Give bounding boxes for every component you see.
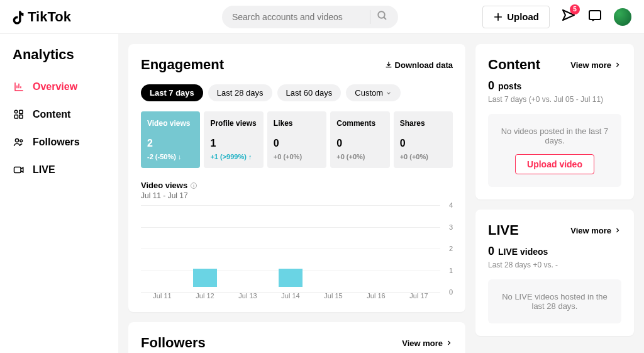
empty-message: No LIVE videos hosted in the last 28 day… — [496, 292, 614, 311]
bar-column — [312, 215, 355, 287]
svg-point-8 — [20, 140, 23, 142]
svg-point-0 — [378, 11, 385, 18]
filter-last-60[interactable]: Last 60 days — [277, 84, 341, 101]
content-view-more[interactable]: View more — [570, 60, 621, 70]
metric-shares[interactable]: Shares 0 +0 (+0%) — [394, 111, 453, 168]
plus-icon — [493, 12, 503, 22]
bar — [193, 269, 217, 287]
svg-point-3 — [14, 110, 18, 113]
inbox-icon[interactable] — [587, 8, 602, 26]
svg-rect-6 — [19, 115, 23, 118]
bar-chart: Jul 11Jul 12Jul 13Jul 14Jul 15Jul 16Jul … — [141, 205, 453, 300]
svg-rect-9 — [14, 167, 21, 173]
content-empty-state: No videos posted in the last 7 days. Upl… — [488, 114, 621, 187]
posts-count: 0 posts — [488, 79, 621, 92]
x-tick-label: Jul 17 — [397, 292, 440, 300]
x-tick-label: Jul 14 — [269, 292, 312, 300]
download-label: Download data — [395, 60, 453, 70]
left-column: Engagement Download data Last 7 days Las… — [128, 44, 465, 353]
y-tick-label: 0 — [449, 288, 453, 296]
notification-badge: 5 — [570, 4, 580, 14]
search-input[interactable] — [232, 12, 364, 22]
chevron-down-icon — [386, 90, 392, 96]
chart-title-row: Video views — [141, 181, 453, 190]
live-card: LIVE View more 0 LIVE videos Last 28 day… — [475, 210, 634, 336]
followers-header: Followers View more — [141, 335, 453, 351]
filter-last-28[interactable]: Last 28 days — [208, 84, 272, 101]
time-range-filters: Last 7 days Last 28 days Last 60 days Cu… — [141, 84, 453, 101]
x-tick-label: Jul 11 — [141, 292, 184, 300]
chevron-right-icon — [614, 227, 621, 234]
x-tick-label: Jul 13 — [226, 292, 269, 300]
content-card: Content View more 0 posts Last 7 days (+… — [475, 44, 634, 199]
tiktok-note-icon — [13, 9, 26, 25]
page-title: Analytics — [0, 47, 118, 73]
sidebar-item-overview[interactable]: Overview — [0, 73, 118, 101]
bar-column — [184, 215, 226, 287]
upload-label: Upload — [507, 11, 539, 22]
metric-comments[interactable]: Comments 0 +0 (+0%) — [330, 111, 389, 168]
metric-profile-views[interactable]: Profile views 1 +1 (>999%) ↑ — [204, 111, 263, 168]
bar-column — [397, 215, 440, 287]
upload-button[interactable]: Upload — [482, 6, 550, 28]
empty-message: No videos posted in the last 7 days. — [496, 126, 614, 145]
posts-subtext: Last 7 days (+0 vs. Jul 05 - Jul 11) — [488, 95, 621, 104]
svg-rect-4 — [19, 110, 23, 113]
live-subtext: Last 28 days +0 vs. - — [488, 261, 621, 269]
followers-title: Followers — [141, 335, 206, 351]
bar-column — [226, 215, 269, 287]
sidebar: Analytics Overview Content Followers LIV… — [0, 34, 118, 353]
followers-view-more[interactable]: View more — [402, 339, 453, 348]
svg-rect-2 — [589, 11, 601, 20]
y-axis: 01234 — [440, 205, 453, 300]
nav-label: Followers — [33, 137, 80, 148]
nav-label: LIVE — [33, 164, 55, 176]
chart-title: Video views — [141, 181, 187, 190]
avatar[interactable] — [614, 8, 631, 26]
sidebar-item-content[interactable]: Content — [0, 101, 118, 128]
chart-date-range: Jul 11 - Jul 17 — [141, 191, 453, 200]
y-tick-label: 2 — [449, 245, 453, 252]
y-tick-label: 3 — [449, 223, 453, 231]
svg-point-7 — [15, 138, 18, 142]
x-tick-label: Jul 16 — [355, 292, 397, 300]
bar-column — [269, 215, 312, 287]
engagement-header: Engagement Download data — [141, 57, 453, 73]
y-tick-label: 1 — [449, 267, 453, 274]
content-title: Content — [488, 57, 540, 73]
main-content: Engagement Download data Last 7 days Las… — [118, 34, 644, 353]
top-header: TikTok Upload 5 — [0, 0, 644, 34]
chart-icon — [13, 81, 25, 93]
video-icon — [13, 164, 25, 176]
live-card-header: LIVE View more — [488, 222, 621, 238]
sidebar-item-live[interactable]: LIVE — [0, 156, 118, 184]
info-icon[interactable] — [190, 182, 197, 189]
followers-card: Followers View more — [128, 322, 465, 353]
main-layout: Analytics Overview Content Followers LIV… — [0, 34, 644, 353]
filter-custom[interactable]: Custom — [346, 84, 401, 101]
sidebar-item-followers[interactable]: Followers — [0, 128, 118, 156]
chart-plot-area: Jul 11Jul 12Jul 13Jul 14Jul 15Jul 16Jul … — [141, 205, 440, 300]
chevron-right-icon — [614, 61, 621, 69]
download-data-button[interactable]: Download data — [385, 60, 453, 70]
metric-video-views[interactable]: Video views 2 -2 (-50%) ↓ — [141, 111, 200, 168]
metric-likes[interactable]: Likes 0 +0 (+0%) — [267, 111, 326, 168]
messages-icon-wrap[interactable]: 5 — [561, 8, 576, 26]
filter-last-7[interactable]: Last 7 days — [141, 84, 203, 101]
bar-column — [141, 215, 184, 287]
upload-video-button[interactable]: Upload video — [515, 154, 594, 174]
svg-line-1 — [384, 17, 386, 20]
tiktok-logo[interactable]: TikTok — [13, 9, 71, 25]
grid-icon — [13, 108, 25, 121]
search-icon[interactable] — [377, 10, 388, 24]
content-card-header: Content View more — [488, 57, 621, 73]
search-bar[interactable] — [222, 6, 398, 28]
live-count: 0 LIVE videos — [488, 245, 621, 258]
x-tick-label: Jul 12 — [184, 292, 226, 300]
nav-label: Content — [33, 109, 70, 120]
live-empty-state: No LIVE videos hosted in the last 28 day… — [488, 279, 621, 323]
engagement-card: Engagement Download data Last 7 days Las… — [128, 44, 465, 312]
download-icon — [385, 61, 392, 69]
brand-text: TikTok — [28, 9, 71, 25]
live-view-more[interactable]: View more — [570, 226, 621, 235]
